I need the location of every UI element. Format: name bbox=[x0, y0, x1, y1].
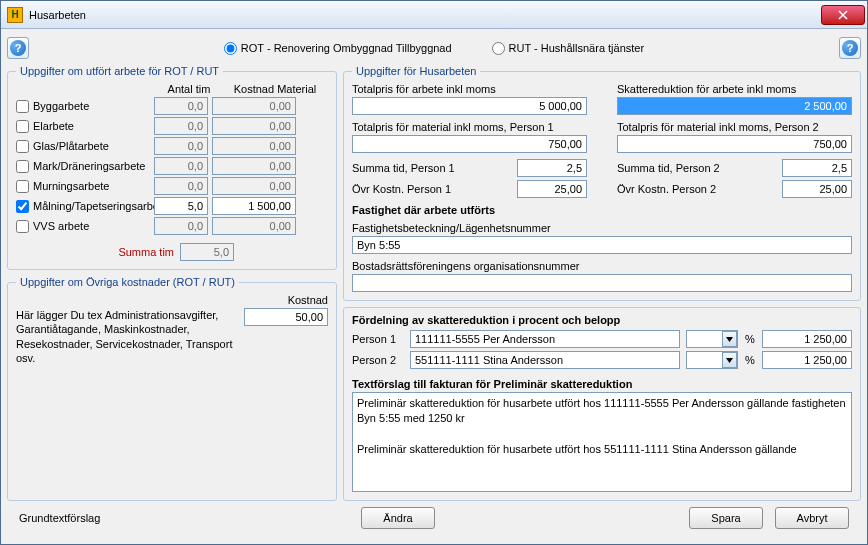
work-item-text: Elarbete bbox=[33, 120, 74, 132]
work-item-text: VVS arbete bbox=[33, 220, 89, 232]
work-rows: ByggarbeteElarbeteGlas/PlåtarbeteMark/Dr… bbox=[16, 97, 328, 235]
property-heading: Fastighet där arbete utförts bbox=[352, 204, 852, 216]
work-cost-input bbox=[212, 97, 296, 115]
other-cost-desc: Här lägger Du tex Administrationsavgifte… bbox=[16, 308, 234, 365]
work-hours-input[interactable] bbox=[154, 197, 208, 215]
work-item-checkbox[interactable] bbox=[16, 160, 29, 173]
work-row: Murningsarbete bbox=[16, 177, 328, 195]
rut-radio-input[interactable] bbox=[492, 42, 505, 55]
other-cost-input[interactable] bbox=[244, 308, 328, 326]
person1-pct-dropdown-button[interactable] bbox=[722, 331, 737, 347]
rot-radio-input[interactable] bbox=[224, 42, 237, 55]
work-item-label[interactable]: Mark/Dräneringsarbete bbox=[16, 160, 150, 173]
person1-row: Person 1 % bbox=[352, 330, 852, 348]
work-cost-input bbox=[212, 137, 296, 155]
total-work-input[interactable] bbox=[352, 97, 587, 115]
person2-row: Person 2 % bbox=[352, 351, 852, 369]
col-cost-header: Kostnad Material bbox=[222, 83, 328, 95]
property-id-label: Fastighetsbeteckning/Lägenhetsnummer bbox=[352, 222, 852, 234]
ovr-p1-input[interactable] bbox=[517, 180, 587, 198]
person1-pct-combo[interactable] bbox=[686, 330, 738, 348]
other-costs-fieldset: Uppgifter om Övriga kostnader (ROT / RUT… bbox=[7, 276, 337, 501]
work-cost-input bbox=[212, 157, 296, 175]
person2-amount-input[interactable] bbox=[762, 351, 852, 369]
work-item-label[interactable]: Byggarbete bbox=[16, 100, 150, 113]
split-heading: Fördelning av skattereduktion i procent … bbox=[352, 314, 852, 326]
work-item-label[interactable]: Glas/Plåtarbete bbox=[16, 140, 150, 153]
work-item-label[interactable]: Murningsarbete bbox=[16, 180, 150, 193]
work-item-checkbox[interactable] bbox=[16, 180, 29, 193]
person1-name-input[interactable] bbox=[410, 330, 680, 348]
work-cost-input[interactable] bbox=[212, 197, 296, 215]
work-headers: Antal tim Kostnad Material bbox=[16, 83, 328, 95]
service-type-radio-group: ROT - Renovering Ombyggnad Tillbyggnad R… bbox=[35, 42, 833, 55]
mat-p1-input[interactable] bbox=[352, 135, 587, 153]
titlebar: H Husarbeten bbox=[1, 1, 867, 29]
hus-ovr-row: Övr Kostn. Person 1 Övr Kostn. Person 2 bbox=[352, 180, 852, 198]
ovr-p2-label: Övr Kostn. Person 2 bbox=[617, 183, 774, 195]
col-hours-header: Antal tim bbox=[156, 83, 222, 95]
work-item-checkbox[interactable] bbox=[16, 120, 29, 133]
andra-button[interactable]: Ändra bbox=[361, 507, 435, 529]
work-hours-input bbox=[154, 137, 208, 155]
window-body: ? ROT - Renovering Ombyggnad Tillbyggnad… bbox=[1, 29, 867, 544]
sum-hours-label: Summa tim bbox=[118, 246, 174, 258]
rut-radio-label: RUT - Hushållsnära tjänster bbox=[509, 42, 645, 54]
time-p1-input[interactable] bbox=[517, 159, 587, 177]
property-id-input[interactable] bbox=[352, 236, 852, 254]
work-row: Mark/Dräneringsarbete bbox=[16, 157, 328, 175]
work-item-label[interactable]: Målning/Tapetseringsarbete bbox=[16, 200, 150, 213]
ovr-p1-label: Övr Kostn. Person 1 bbox=[352, 183, 509, 195]
left-column: Uppgifter om utfört arbete för ROT / RUT… bbox=[7, 65, 337, 501]
husarbeten-legend: Uppgifter för Husarbeten bbox=[352, 65, 480, 77]
work-item-checkbox[interactable] bbox=[16, 100, 29, 113]
window-title: Husarbeten bbox=[29, 9, 821, 21]
work-hours-input bbox=[154, 117, 208, 135]
work-item-checkbox[interactable] bbox=[16, 220, 29, 233]
help-button-left[interactable]: ? bbox=[7, 37, 29, 59]
rot-radio[interactable]: ROT - Renovering Ombyggnad Tillbyggnad bbox=[224, 42, 452, 55]
work-item-text: Murningsarbete bbox=[33, 180, 109, 192]
ovr-p2-input[interactable] bbox=[782, 180, 852, 198]
text-suggestion-heading: Textförslag till fakturan för Preliminär… bbox=[352, 378, 852, 390]
avbryt-button[interactable]: Avbryt bbox=[775, 507, 849, 529]
work-hours-input bbox=[154, 217, 208, 235]
time-p2-input[interactable] bbox=[782, 159, 852, 177]
tax-reduction-input[interactable] bbox=[617, 97, 852, 115]
person2-name-input[interactable] bbox=[410, 351, 680, 369]
time-p1-label: Summa tid, Person 1 bbox=[352, 162, 509, 174]
work-row: Glas/Plåtarbete bbox=[16, 137, 328, 155]
work-row: Elarbete bbox=[16, 117, 328, 135]
spara-button[interactable]: Spara bbox=[689, 507, 763, 529]
work-item-text: Mark/Dräneringsarbete bbox=[33, 160, 146, 172]
work-row: VVS arbete bbox=[16, 217, 328, 235]
person2-pct-dropdown-button[interactable] bbox=[722, 352, 737, 368]
pct-sign-1: % bbox=[744, 333, 756, 345]
work-item-checkbox[interactable] bbox=[16, 140, 29, 153]
app-window: H Husarbeten ? ROT - Renovering Ombyggna… bbox=[0, 0, 868, 545]
work-item-text: Glas/Plåtarbete bbox=[33, 140, 109, 152]
close-button[interactable] bbox=[821, 5, 865, 25]
mat-p2-input[interactable] bbox=[617, 135, 852, 153]
work-fieldset: Uppgifter om utfört arbete för ROT / RUT… bbox=[7, 65, 337, 270]
work-legend: Uppgifter om utfört arbete för ROT / RUT bbox=[16, 65, 223, 77]
work-item-label[interactable]: VVS arbete bbox=[16, 220, 150, 233]
rut-radio[interactable]: RUT - Hushållsnära tjänster bbox=[492, 42, 645, 55]
hus-material-row: Totalpris för material inkl moms, Person… bbox=[352, 121, 852, 153]
work-hours-input bbox=[154, 97, 208, 115]
person1-label: Person 1 bbox=[352, 333, 404, 345]
text-suggestion-area[interactable]: Preliminär skattereduktion för husarbete… bbox=[352, 392, 852, 492]
work-row: Byggarbete bbox=[16, 97, 328, 115]
person2-pct-combo[interactable] bbox=[686, 351, 738, 369]
brf-input[interactable] bbox=[352, 274, 852, 292]
hus-totals-row: Totalpris för arbete inkl moms Skattered… bbox=[352, 83, 852, 115]
work-hours-input bbox=[154, 157, 208, 175]
work-item-label[interactable]: Elarbete bbox=[16, 120, 150, 133]
other-cost-row: Här lägger Du tex Administrationsavgifte… bbox=[16, 308, 328, 365]
other-costs-legend: Uppgifter om Övriga kostnader (ROT / RUT… bbox=[16, 276, 239, 288]
person1-amount-input[interactable] bbox=[762, 330, 852, 348]
work-item-checkbox[interactable] bbox=[16, 200, 29, 213]
property-section: Fastighet där arbete utförts bbox=[352, 204, 852, 216]
help-button-right[interactable]: ? bbox=[839, 37, 861, 59]
other-cost-header: Kostnad bbox=[16, 294, 328, 306]
